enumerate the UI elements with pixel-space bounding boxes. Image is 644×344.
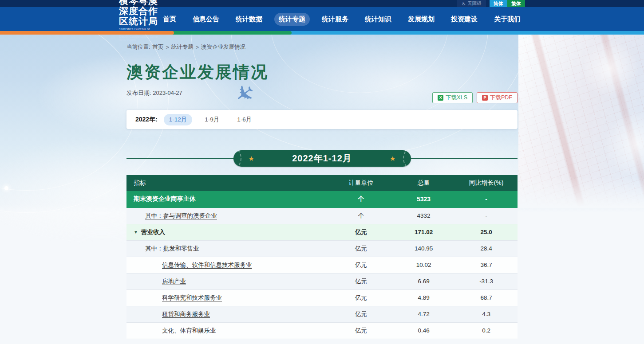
indicator-label[interactable]: 文化、体育和娱乐业	[162, 327, 216, 334]
utility-bar: ♿ 无障碍 简体 繁体	[0, 0, 644, 7]
header: 横琴粤澳深度合作区统计局 Statistics Bureau of Guangd…	[0, 7, 644, 31]
orbit-arc-decor	[0, 13, 138, 191]
star-icon: ★	[390, 155, 395, 163]
banner-dashed-arc-decor	[403, 150, 411, 167]
orbit-dot-decor	[4, 186, 8, 190]
breadcrumb: 当前位置: 首页>统计专题>澳资企业发展情况	[126, 43, 518, 51]
table-row: 房地产业 亿元 6.69 -31.3	[126, 273, 518, 289]
unit-cell: 亿元	[330, 289, 392, 306]
total-cell: 10.02	[392, 257, 455, 273]
star-icon: ★	[249, 155, 254, 163]
collapse-caret-icon[interactable]: ▼	[134, 230, 138, 235]
growth-cell: 0.2	[455, 322, 518, 339]
indicator-label: 期末澳资企业商事主体	[134, 195, 196, 202]
total-cell: 140.95	[392, 240, 455, 257]
total-cell: 171.02	[392, 224, 455, 240]
table-header-row: 指标 计量单位 总量 同比增长(%)	[126, 175, 518, 191]
growth-cell: 28.4	[455, 240, 518, 257]
indicator-label[interactable]: 其中：批发和零售业	[145, 245, 199, 252]
indicator-label[interactable]: 信息传输、软件和信息技术服务业	[162, 262, 252, 268]
lens-flare-decor	[604, 111, 644, 177]
period-tab-0[interactable]: 1-12月	[164, 114, 193, 125]
nav-item-8[interactable]: 关于我们	[490, 13, 525, 26]
unit-cell: 亿元	[330, 224, 392, 240]
unit-cell: 亿元	[330, 273, 392, 289]
breadcrumb-prefix: 当前位置:	[126, 43, 150, 51]
site-logo[interactable]: 横琴粤澳深度合作区统计局 Statistics Bureau of Guangd…	[119, 0, 158, 43]
growth-cell: -	[455, 207, 518, 224]
nav-item-2[interactable]: 统计数据	[231, 13, 267, 26]
breadcrumb-separator: >	[196, 44, 199, 51]
indicator-label[interactable]: 科学研究和技术服务业	[162, 294, 222, 301]
total-cell: 0.46	[392, 322, 455, 339]
total-cell: 6.69	[392, 273, 455, 289]
column-header-growth: 同比增长(%)	[455, 175, 518, 191]
growth-cell: 36.7	[455, 257, 518, 273]
banner-pill: ★ 2022年1-12月 ★	[233, 150, 411, 167]
main-nav: 首页信息公告统计数据统计专题统计服务统计知识发展规划投资建设关于我们	[158, 13, 525, 26]
nav-item-5[interactable]: 统计知识	[360, 13, 396, 26]
unit-cell: 亿元	[330, 257, 392, 273]
breadcrumb-items: 首页>统计专题>澳资企业发展情况	[152, 43, 245, 51]
indicator-label: 营业收入	[141, 229, 165, 235]
table-row: 信息传输、软件和信息技术服务业 亿元 10.02 36.7	[126, 257, 518, 273]
unit-cell: 亿元	[330, 306, 392, 322]
growth-cell: 4.3	[455, 306, 518, 322]
breadcrumb-separator: >	[166, 44, 169, 51]
period-tabs: 1-12月1-9月1-6月	[164, 114, 257, 125]
download-pdf-button[interactable]: 下载PDF	[477, 92, 518, 103]
accessibility-label: 无障碍	[468, 0, 482, 7]
table-row: 文化、体育和娱乐业 亿元 0.46 0.2	[126, 322, 518, 339]
nav-item-6[interactable]: 发展规划	[403, 13, 439, 26]
download-xls-button[interactable]: 下载XLS	[432, 92, 473, 103]
table-row: 期末澳资企业商事主体 个 5323 -	[126, 191, 518, 207]
nav-item-0[interactable]: 首页	[158, 13, 181, 26]
total-cell: 4332	[392, 207, 455, 224]
column-header-indicator: 指标	[126, 175, 330, 191]
period-tab-1[interactable]: 1-9月	[199, 114, 225, 125]
growth-cell: 25.0	[455, 224, 518, 240]
nav-item-1[interactable]: 信息公告	[188, 13, 224, 26]
banner-dashed-arc-decor	[233, 150, 241, 167]
lang-simplified-button[interactable]: 简体	[490, 0, 507, 7]
tricolor-stripe	[0, 31, 644, 35]
table-row: 其中：批发和零售业 亿元 140.95 28.4	[126, 240, 518, 257]
unit-cell: 个	[330, 207, 392, 224]
pdf-file-icon	[482, 95, 488, 101]
period-tab-2[interactable]: 1-6月	[232, 114, 257, 125]
statistics-table: 指标 计量单位 总量 同比增长(%) 期末澳资企业商事主体 个 5323 - 其…	[126, 175, 518, 339]
table-body: 期末澳资企业商事主体 个 5323 - 其中：参与调查的澳资企业 个 4332 …	[126, 191, 518, 339]
column-header-unit: 计量单位	[330, 175, 392, 191]
nav-item-3[interactable]: 统计专题	[274, 13, 310, 26]
lens-flare-decor	[581, 40, 639, 98]
banner-title: 2022年1-12月	[292, 152, 352, 164]
lang-traditional-button[interactable]: 繁体	[507, 0, 525, 7]
unit-cell: 亿元	[330, 240, 392, 257]
breadcrumb-item-1[interactable]: 统计专题	[171, 43, 194, 51]
period-selector-card: 2022年: 1-12月1-9月1-6月	[126, 110, 518, 129]
page-title: 澳资企业发展情况	[126, 61, 518, 83]
total-cell: 5323	[392, 191, 455, 207]
download-xls-label: 下载XLS	[446, 94, 467, 102]
nav-item-7[interactable]: 投资建设	[446, 13, 482, 26]
accessibility-button[interactable]: ♿ 无障碍	[457, 0, 486, 7]
nav-item-4[interactable]: 统计服务	[317, 13, 353, 26]
xls-file-icon	[438, 95, 443, 101]
site-subtitle-en: Statistics Bureau of Guangdong-Macao In-…	[119, 27, 158, 42]
table-row: 租赁和商务服务业 亿元 4.72 4.3	[126, 306, 518, 322]
indicator-label[interactable]: 房地产业	[162, 278, 186, 285]
wheelchair-accessibility-icon: ♿	[462, 1, 466, 7]
total-cell: 4.72	[392, 306, 455, 322]
year-label: 2022年:	[135, 116, 158, 124]
column-header-total: 总量	[392, 175, 455, 191]
growth-cell: 68.7	[455, 289, 518, 306]
indicator-label[interactable]: 其中：参与调查的澳资企业	[145, 212, 217, 219]
table-row: 科学研究和技术服务业 亿元 4.89 68.7	[126, 289, 518, 306]
breadcrumb-item-0[interactable]: 首页	[152, 43, 163, 51]
table-row: ▼营业收入 亿元 171.02 25.0	[126, 224, 518, 240]
stripe-orange-segment	[0, 31, 174, 35]
indicator-label[interactable]: 租赁和商务服务业	[162, 311, 210, 317]
breadcrumb-item-2: 澳资企业发展情况	[201, 43, 245, 51]
site-title: 横琴粤澳深度合作区统计局	[119, 0, 158, 26]
table-row: 其中：参与调查的澳资企业 个 4332 -	[126, 207, 518, 224]
